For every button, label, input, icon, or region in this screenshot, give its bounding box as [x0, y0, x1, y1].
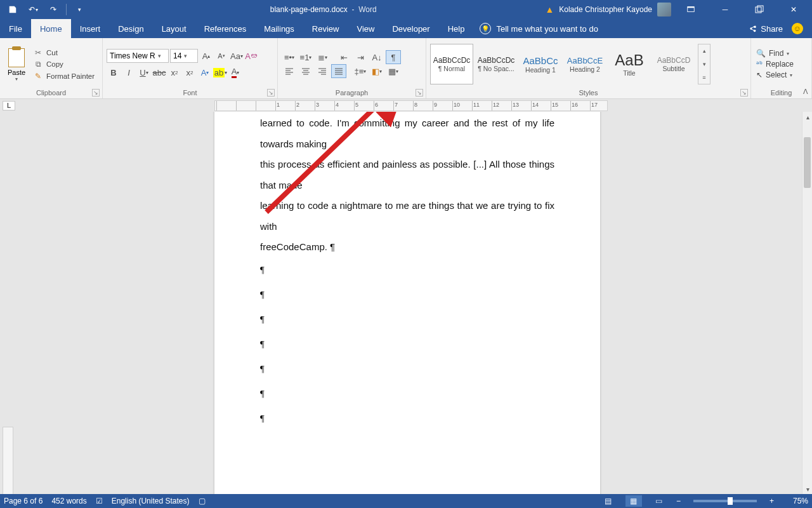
style-no-spacing[interactable]: AaBbCcDc¶ No Spac...: [475, 44, 518, 84]
page-indicator[interactable]: Page 6 of 6: [4, 497, 43, 505]
tab-developer[interactable]: Developer: [383, 19, 438, 38]
document-viewport[interactable]: learned to code. I'm committing my caree…: [0, 112, 802, 494]
copy-button[interactable]: ⧉Copy: [32, 60, 96, 69]
close-button[interactable]: ✕: [779, 0, 808, 19]
change-case-button[interactable]: Aa▾: [230, 49, 244, 63]
increase-indent-button[interactable]: ⇥: [353, 50, 368, 64]
document-text[interactable]: learned to code. I'm committing my caree…: [214, 113, 600, 258]
clipboard-launcher[interactable]: ↘: [92, 89, 100, 97]
align-right-button[interactable]: [315, 64, 330, 78]
empty-paragraph[interactable]: ¶: [214, 406, 600, 431]
scroll-up-arrow[interactable]: ▴: [802, 112, 812, 122]
clear-formatting-button[interactable]: Aఴ: [245, 49, 259, 63]
tab-mailings[interactable]: Mailings: [255, 19, 303, 38]
print-layout-button[interactable]: ▦: [625, 495, 642, 507]
empty-paragraph[interactable]: ¶: [214, 357, 600, 382]
font-launcher[interactable]: ↘: [267, 89, 275, 97]
tab-home[interactable]: Home: [31, 19, 71, 38]
tab-references[interactable]: References: [195, 19, 255, 38]
text-effects-button[interactable]: A▾: [198, 65, 212, 79]
macro-recording-icon[interactable]: ▢: [199, 497, 206, 505]
tab-design[interactable]: Design: [109, 19, 152, 38]
style-heading1[interactable]: AaBbCcHeading 1: [519, 44, 562, 84]
tab-help[interactable]: Help: [439, 19, 474, 38]
tab-insert[interactable]: Insert: [71, 19, 110, 38]
format-painter-button[interactable]: ✎Format Painter: [32, 71, 96, 81]
spellcheck-icon[interactable]: ☑: [96, 497, 103, 505]
underline-button[interactable]: U▾: [137, 65, 151, 79]
sort-button[interactable]: A↓: [369, 50, 384, 64]
font-color-button[interactable]: A▾: [228, 65, 242, 79]
save-button[interactable]: [5, 2, 20, 17]
select-button[interactable]: ↖Select▾: [755, 70, 795, 79]
tab-view[interactable]: View: [348, 19, 383, 38]
empty-paragraph[interactable]: ¶: [214, 382, 600, 406]
zoom-slider-knob[interactable]: [728, 497, 733, 505]
qat-customize-button[interactable]: ▾: [72, 2, 87, 17]
borders-button[interactable]: ▦▾: [386, 64, 401, 78]
ribbon-display-options-button[interactable]: [676, 0, 705, 19]
bullets-button[interactable]: ≡•▾: [282, 50, 297, 64]
tell-me-search[interactable]: 💡 Tell me what you want to do: [480, 19, 598, 38]
document-page[interactable]: learned to code. I'm committing my caree…: [214, 112, 600, 494]
decrease-font-size-button[interactable]: A▾: [214, 49, 228, 63]
cut-button[interactable]: ✂Cut: [32, 48, 96, 58]
empty-paragraph[interactable]: ¶: [214, 258, 600, 283]
share-button[interactable]: Share: [749, 24, 783, 34]
replace-button[interactable]: ᵃᵇReplace: [755, 60, 795, 69]
tab-review[interactable]: Review: [303, 19, 348, 38]
bold-button[interactable]: B: [107, 65, 121, 79]
line-spacing-button[interactable]: ‡≡▾: [353, 64, 368, 78]
tab-file[interactable]: File: [0, 19, 31, 38]
style-subtitle[interactable]: AaBbCcDSubtitle: [652, 44, 695, 84]
redo-button[interactable]: ↷: [46, 2, 61, 17]
feedback-smile-icon[interactable]: ☺: [792, 23, 803, 34]
empty-paragraph[interactable]: ¶: [214, 283, 600, 307]
decrease-indent-button[interactable]: ⇤: [336, 50, 351, 64]
undo-button[interactable]: ↶▾: [25, 2, 41, 17]
zoom-in-button[interactable]: +: [769, 497, 774, 505]
collapse-ribbon-button[interactable]: ᐱ: [803, 88, 808, 96]
find-button[interactable]: 🔍Find▾: [755, 49, 795, 58]
minimize-button[interactable]: ─: [710, 0, 740, 19]
tab-layout[interactable]: Layout: [153, 19, 195, 38]
italic-button[interactable]: I: [122, 65, 136, 79]
empty-paragraph[interactable]: ¶: [214, 332, 600, 357]
styles-launcher[interactable]: ↘: [740, 89, 748, 97]
zoom-slider[interactable]: [693, 500, 757, 502]
multilevel-list-button[interactable]: ≣▾: [315, 50, 330, 64]
font-size-combo[interactable]: 14▾: [170, 49, 198, 63]
horizontal-ruler[interactable]: 12345678910111213141516171819: [214, 100, 608, 111]
language-indicator[interactable]: English (United States): [112, 497, 190, 505]
word-count[interactable]: 452 words: [51, 497, 86, 505]
zoom-out-button[interactable]: −: [676, 497, 681, 505]
web-layout-button[interactable]: ▭: [651, 495, 667, 507]
style-title[interactable]: AaBTitle: [608, 44, 651, 84]
paragraph-launcher[interactable]: ↘: [416, 89, 423, 97]
zoom-level[interactable]: 75%: [783, 497, 808, 505]
vertical-scrollbar[interactable]: ▴ ▾: [802, 112, 812, 494]
vertical-ruler[interactable]: [3, 427, 13, 494]
superscript-button[interactable]: x2: [183, 65, 197, 79]
paste-button[interactable]: Paste ▾: [4, 47, 29, 82]
style-heading2[interactable]: AaBbCcEHeading 2: [563, 44, 606, 84]
read-mode-button[interactable]: ▤: [600, 495, 617, 507]
empty-paragraph[interactable]: ¶: [214, 307, 600, 332]
increase-font-size-button[interactable]: A▴: [199, 49, 213, 63]
highlight-button[interactable]: ab▾: [213, 65, 227, 79]
tab-selector[interactable]: L: [3, 101, 15, 110]
style-normal[interactable]: AaBbCcDc¶ Normal: [430, 44, 473, 84]
justify-button[interactable]: [331, 64, 346, 78]
shading-button[interactable]: ◧▾: [369, 64, 384, 78]
styles-expand[interactable]: ▴▾≡: [698, 44, 710, 84]
strikethrough-button[interactable]: abc: [152, 65, 166, 79]
align-left-button[interactable]: [282, 64, 297, 78]
scroll-down-arrow[interactable]: ▾: [802, 484, 812, 494]
user-avatar[interactable]: [657, 3, 671, 17]
maximize-button[interactable]: [745, 0, 774, 19]
numbering-button[interactable]: ≡1▾: [298, 50, 313, 64]
scrollbar-thumb[interactable]: [804, 137, 811, 188]
align-center-button[interactable]: [298, 64, 313, 78]
font-name-combo[interactable]: Times New R▾: [107, 49, 169, 63]
subscript-button[interactable]: x2: [167, 65, 181, 79]
